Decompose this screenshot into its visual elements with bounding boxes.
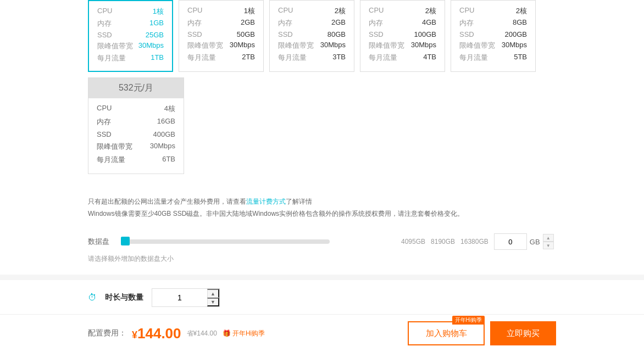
plan-card-4[interactable]: CPU 2核 内存 4GB SSD 100GB 限峰值带宽 30Mbps 每月流… (360, 0, 445, 72)
traffic-label: 每月流量 (278, 53, 307, 63)
disk-mark-3: 16380GB (460, 238, 488, 245)
duration-increment-button[interactable]: ▲ (207, 289, 219, 298)
mem-value: 2GB (241, 18, 255, 28)
cpu-value: 2核 (516, 6, 527, 16)
disk-spinners: ▲ ▼ (543, 234, 554, 249)
ssd-label: SSD (97, 31, 112, 39)
traffic-label: 每月流量 (459, 53, 488, 63)
bw-value: 30Mbps (320, 41, 346, 51)
plan-card-5[interactable]: CPU 2核 内存 8GB SSD 200GB 限峰值带宽 30Mbps 每月流… (451, 0, 536, 72)
plan-row: SSD 25GB (97, 31, 164, 39)
duration-spinners: ▲ ▼ (207, 289, 219, 306)
plan-row: CPU 1核 (187, 6, 255, 16)
cpu-label: CPU (459, 6, 474, 16)
mem-label: 内存 (97, 19, 112, 29)
footer-bar: 配置费用： ¥144.00 省¥144.00 🎁 开年Hi购季 开年Hi购季 加… (0, 314, 644, 348)
disk-increment-button[interactable]: ▲ (543, 234, 554, 242)
footer-amount: 144.00 (137, 325, 181, 342)
traffic-label: 每月流量 (187, 53, 216, 63)
traffic-value: 2TB (242, 53, 255, 63)
traffic-billing-link[interactable]: 流量计费方式 (246, 198, 286, 205)
plan-row: 限峰值带宽 30Mbps (97, 41, 164, 51)
clock-icon: ⏱ (88, 293, 97, 303)
traffic-value: 5TB (514, 53, 527, 63)
plans-top-row: CPU 1核 内存 1GB SSD 25GB 限峰值带宽 30Mbps 每月流量 (88, 0, 556, 72)
plan-row: 内存 16GB (97, 117, 175, 127)
disk-slider-thumb[interactable] (121, 237, 130, 245)
traffic-label: 每月流量 (97, 155, 125, 165)
disk-decrement-button[interactable]: ▼ (543, 242, 554, 249)
mem-label: 内存 (369, 18, 383, 28)
buy-button-label: 立即购买 (507, 328, 540, 338)
disk-slider-container[interactable] (121, 239, 396, 244)
add-to-cart-button[interactable]: 开年Hi购季 加入购物车 (408, 321, 485, 345)
bw-label: 限峰值带宽 (459, 41, 495, 51)
cart-button-label: 加入购物车 (426, 328, 467, 338)
cpu-label: CPU (369, 6, 384, 16)
plan-row: 限峰值带宽 30Mbps (369, 41, 436, 51)
plan-row: 每月流量 2TB (187, 53, 255, 63)
duration-input[interactable] (152, 289, 207, 306)
footer-buttons: 开年Hi购季 加入购物车 立即购买 (408, 321, 556, 345)
bw-label: 限峰值带宽 (278, 41, 314, 51)
notice-section: 只有超出配额的公网出流量才会产生额外费用，请查看流量计费方式了解详情 Windo… (0, 191, 644, 228)
cpu-value: 1核 (244, 6, 255, 16)
traffic-label: 每月流量 (369, 53, 397, 63)
disk-mark-1: 4095GB (401, 238, 425, 245)
mem-label: 内存 (459, 18, 474, 28)
traffic-value: 1TB (151, 53, 164, 63)
buy-now-button[interactable]: 立即购买 (490, 321, 556, 345)
gift-icon: 🎁 (223, 329, 231, 337)
large-plan-specs: CPU 4核 内存 16GB SSD 400GB 限峰值带宽 30Mbps (88, 98, 184, 174)
disk-label: 数据盘 (88, 237, 115, 247)
plan-row: 内存 4GB (369, 18, 436, 28)
plan-row: 每月流量 3TB (278, 53, 346, 63)
plan-card-3[interactable]: CPU 2核 内存 2GB SSD 80GB 限峰值带宽 30Mbps 每月流量 (269, 0, 354, 72)
plan-row: CPU 4核 (97, 104, 175, 114)
mem-label: 内存 (187, 18, 202, 28)
mem-label: 内存 (278, 18, 292, 28)
plan-row: 限峰值带宽 30Mbps (278, 41, 346, 51)
footer-price-value: ¥144.00 (132, 325, 181, 342)
duration-decrement-button[interactable]: ▼ (207, 298, 219, 306)
bw-value: 30Mbps (138, 41, 164, 51)
cpu-value: 2核 (425, 6, 436, 16)
mem-value: 1GB (149, 19, 164, 29)
traffic-value: 4TB (423, 53, 436, 63)
bw-label: 限峰值带宽 (187, 41, 223, 51)
ssd-value: 100GB (414, 30, 436, 38)
disk-slider-track[interactable] (121, 239, 330, 244)
disk-input[interactable] (494, 233, 527, 250)
promo-text: 开年Hi购季 (232, 329, 265, 338)
disk-hint: 请选择额外增加的数据盘大小 (88, 254, 556, 264)
plans-section: CPU 1核 内存 1GB SSD 25GB 限峰值带宽 30Mbps 每月流量 (0, 0, 644, 191)
traffic-label: 每月流量 (97, 53, 126, 63)
plan-row: CPU 2核 (278, 6, 346, 16)
plan-row: SSD 100GB (369, 30, 436, 38)
plan-row: 内存 8GB (459, 18, 527, 28)
plan-row: 每月流量 4TB (369, 53, 436, 63)
ssd-value: 50GB (237, 30, 255, 38)
ssd-value: 200GB (505, 30, 527, 38)
plan-row: 限峰值带宽 30Mbps (187, 41, 255, 51)
notice-text-2: Windows镜像需要至少40GB SSD磁盘。非中国大陆地域Windows实例… (88, 208, 556, 220)
footer-currency: ¥ (132, 329, 137, 340)
plan-card-large[interactable]: 532元/月 CPU 4核 内存 16GB SSD 400GB (88, 77, 184, 174)
duration-label: 时长与数量 (105, 293, 143, 303)
bw-label: 限峰值带宽 (97, 142, 132, 152)
plan-row: 限峰值带宽 30Mbps (97, 142, 175, 152)
cpu-label: CPU (187, 6, 202, 16)
cpu-label: CPU (278, 6, 293, 16)
disk-unit: GB (530, 238, 540, 246)
bw-label: 限峰值带宽 (97, 41, 133, 51)
traffic-value: 6TB (162, 155, 175, 165)
plan-card-1[interactable]: CPU 1核 内存 1GB SSD 25GB 限峰值带宽 30Mbps 每月流量 (88, 0, 173, 72)
ssd-value: 80GB (327, 30, 346, 38)
bw-label: 限峰值带宽 (369, 41, 404, 51)
page-wrapper: CPU 1核 内存 1GB SSD 25GB 限峰值带宽 30Mbps 每月流量 (0, 0, 644, 348)
plan-row: 限峰值带宽 30Mbps (459, 41, 527, 51)
plan-row: 内存 1GB (97, 19, 164, 29)
ssd-label: SSD (278, 30, 293, 38)
plan-card-2[interactable]: CPU 1核 内存 2GB SSD 50GB 限峰值带宽 30Mbps 每月流量 (179, 0, 264, 72)
mem-value: 16GB (157, 117, 175, 127)
